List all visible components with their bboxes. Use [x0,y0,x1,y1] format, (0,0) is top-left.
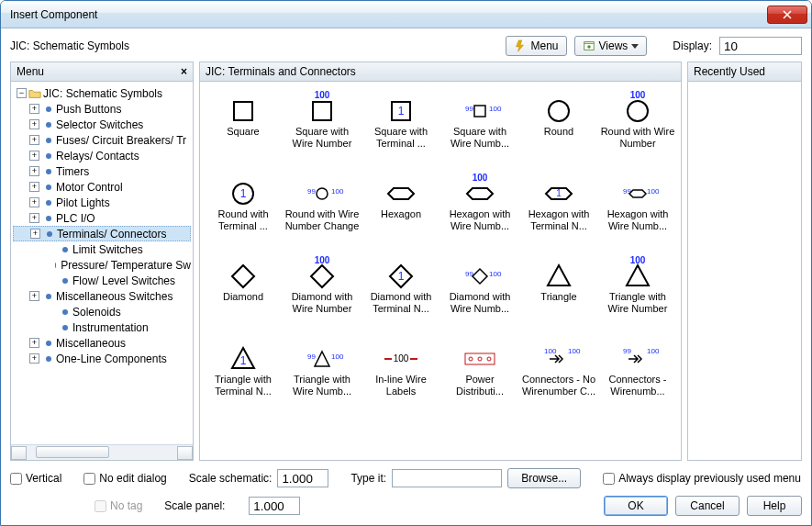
tree-item[interactable]: +Fuses/ Circuit Breakers/ Tr [13,132,191,148]
tri-icon [531,254,586,291]
views-icon [583,39,595,52]
tree-item[interactable]: +Selector Switches [13,117,191,132]
cancel-button[interactable]: Cancel [675,496,740,516]
gallery-item[interactable]: 100100Connectors - No Wirenumber C... [521,335,596,416]
type-it-input[interactable] [392,469,502,487]
gallery-item[interactable]: Round [521,87,596,168]
gallery-item[interactable]: Diamond [206,252,281,333]
tri-100-icon: 100 [610,254,665,291]
svg-point-12 [628,101,648,121]
gallery-item[interactable]: 99100Triangle with Wire Numb... [284,335,360,416]
gallery-item[interactable]: 99100Square with Wire Numb... [442,87,517,168]
tree-item[interactable]: +Miscellaneous [13,335,191,351]
titlebar: Insert Component [1,1,811,28]
svg-text:100: 100 [544,347,557,355]
expand-icon[interactable]: + [29,353,39,364]
tree-item[interactable]: +Motor Control [13,179,191,195]
expand-icon[interactable]: + [29,166,39,176]
tree-item[interactable]: Limit Switches [13,241,191,257]
svg-text:100: 100 [473,173,488,183]
gallery-item[interactable]: Power Distributi... [442,335,517,416]
tree-item[interactable]: +Pilot Lights [13,195,191,210]
diamond-1-icon: 1 [373,254,428,291]
scroll-right-button[interactable] [177,446,193,460]
vertical-checkbox[interactable]: Vertical [10,472,61,485]
svg-text:1: 1 [398,270,405,283]
display-input[interactable] [719,37,802,55]
expand-icon[interactable]: + [29,135,39,145]
menu-button[interactable]: Menu [506,36,566,56]
tree-item[interactable]: +Relays/ Contacts [13,148,191,163]
tree-item-label: Flow/ Level Switches [72,274,175,287]
views-button[interactable]: Views [574,36,648,56]
gallery-item[interactable]: 99100Round with Wire Number Change [284,170,360,251]
gallery-item[interactable]: Square [206,87,281,168]
no-edit-checkbox[interactable]: No edit dialog [83,472,166,485]
gallery-item[interactable]: 100In-line Wire Labels [363,335,439,416]
tree-item[interactable]: +Terminals/ Connectors [13,226,191,241]
gallery-item[interactable]: 100Triangle with Wire Number [600,252,675,333]
expand-icon[interactable]: + [29,291,39,301]
collapse-icon[interactable]: − [17,88,27,98]
diamond-wn-icon: 99100 [452,254,507,291]
gallery-item[interactable]: 1Triangle with Terminal N... [206,335,281,416]
svg-text:100: 100 [394,353,409,364]
tree-item[interactable]: Pressure/ Temperature Sw [13,257,191,273]
inline-icon: 100 [373,337,428,374]
browse-button[interactable]: Browse... [507,468,581,488]
scale-schematic-label: Scale schematic: [189,472,273,485]
gallery-item[interactable]: 1Hexagon with Terminal N... [521,170,596,251]
menu-scrollbar[interactable] [11,444,193,460]
help-button[interactable]: Help [747,496,802,516]
gallery-item[interactable]: 100Hexagon with Wire Numb... [442,170,517,251]
expand-icon[interactable]: + [29,151,39,161]
gallery-item[interactable]: 100Round with Wire Number [600,87,675,168]
menu-panel-close[interactable]: × [181,65,187,78]
tree-item-label: Miscellaneous Switches [56,290,172,303]
tree-item[interactable]: +Timers [13,163,191,179]
expand-icon[interactable]: + [29,213,39,223]
scale-panel-input[interactable] [249,497,300,515]
scroll-left-button[interactable] [11,446,27,460]
expand-icon[interactable]: + [29,104,39,114]
gallery-item[interactable]: 100Diamond with Wire Number [284,252,360,333]
gallery-item-label: Connectors - Wirenumb... [600,374,675,397]
tree-item[interactable]: Instrumentation [13,319,191,335]
gallery-item[interactable]: 99100Diamond with Wire Numb... [442,252,517,333]
node-icon [46,106,51,112]
svg-text:100: 100 [315,255,330,265]
tree-item-label: Terminals/ Connectors [57,228,166,241]
gallery-item[interactable]: 99100Hexagon with Wire Numb... [600,170,675,251]
scale-schematic-input[interactable] [277,469,328,487]
gallery-item[interactable]: 100Square with Wire Number [284,87,360,168]
ok-button[interactable]: OK [604,496,668,516]
tree-item[interactable]: +PLC I/O [13,210,191,226]
gallery-item[interactable]: Hexagon [363,170,439,251]
expand-icon[interactable]: + [29,197,39,207]
gallery-item[interactable]: 1Diamond with Terminal N... [363,252,439,333]
tree-item[interactable]: Flow/ Level Switches [13,273,191,288]
expand-icon[interactable]: + [30,229,40,239]
node-icon [46,138,51,143]
scroll-thumb[interactable] [36,446,109,458]
gallery-item[interactable]: Triangle [521,252,596,333]
close-button[interactable] [767,6,807,24]
svg-text:100: 100 [315,90,330,100]
svg-text:1: 1 [556,188,562,198]
tree-item[interactable]: Solenoids [13,304,191,319]
tree-item[interactable]: +One-Line Components [13,351,191,366]
gallery-item[interactable]: 1Square with Terminal ... [363,87,439,168]
tree-item[interactable]: +Miscellaneous Switches [13,288,191,304]
svg-text:99: 99 [465,105,473,113]
top-toolbar: JIC: Schematic Symbols Menu Views Displa… [10,36,802,62]
expand-icon[interactable]: + [29,338,39,348]
tree-item[interactable]: +Push Buttons [13,101,191,117]
node-icon [62,278,68,284]
gallery-item[interactable]: 1Round with Terminal ... [206,170,281,251]
always-display-checkbox[interactable]: Always display previously used menu [603,472,801,485]
tree-root[interactable]: −JIC: Schematic Symbols [13,85,191,101]
expand-icon[interactable]: + [29,182,39,192]
gallery-item[interactable]: 99100Connectors - Wirenumb... [600,335,675,416]
menu-tree[interactable]: −JIC: Schematic Symbols+Push Buttons+Sel… [11,82,193,444]
expand-icon[interactable]: + [29,119,39,129]
